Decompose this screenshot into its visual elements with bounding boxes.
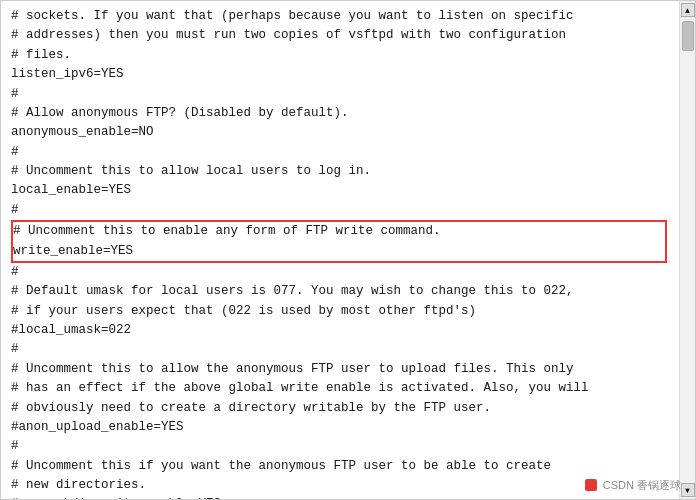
scroll-down-arrow[interactable]: ▼ — [681, 483, 695, 497]
code-line: #local_umask=022 — [11, 321, 669, 340]
code-line: # Uncomment this if you want the anonymo… — [11, 457, 669, 476]
code-line: # has an effect if the above global writ… — [11, 379, 669, 398]
scrollbar-thumb[interactable] — [682, 21, 694, 51]
watermark-text: CSDN 香锅逐球 — [603, 479, 681, 491]
watermark-icon — [585, 479, 597, 491]
code-line: #anon_upload_enable=YES — [11, 418, 669, 437]
code-line: listen_ipv6=YES — [11, 65, 669, 84]
code-line: # sockets. If you want that (perhaps bec… — [11, 7, 669, 26]
code-line: # — [11, 201, 669, 220]
code-line: # new directories. — [11, 476, 669, 495]
code-line: # — [11, 143, 669, 162]
code-line: # Uncomment this to enable any form of F… — [13, 222, 665, 241]
code-line: # — [11, 340, 669, 359]
code-line: # Default umask for local users is 077. … — [11, 282, 669, 301]
watermark: CSDN 香锅逐球 — [585, 478, 681, 493]
code-line: # — [11, 263, 669, 282]
code-line: # Uncomment this to allow the anonymous … — [11, 360, 669, 379]
main-window: # sockets. If you want that (perhaps bec… — [0, 0, 696, 500]
code-line: # files. — [11, 46, 669, 65]
code-line: # if your users expect that (022 is used… — [11, 302, 669, 321]
code-line: write_enable=YES — [13, 242, 665, 261]
code-line: local_enable=YES — [11, 181, 669, 200]
code-line: anonymous_enable=NO — [11, 123, 669, 142]
code-line: # obviously need to create a directory w… — [11, 399, 669, 418]
code-line: # Allow anonymous FTP? (Disabled by defa… — [11, 104, 669, 123]
scroll-up-arrow[interactable]: ▲ — [681, 3, 695, 17]
code-line: #anon_mkdir_write_enable=YES — [11, 495, 669, 499]
code-line: # addresses) then you must run two copie… — [11, 26, 669, 45]
content-area: # sockets. If you want that (perhaps bec… — [1, 1, 695, 499]
code-line: # — [11, 85, 669, 104]
highlighted-block: # Uncomment this to enable any form of F… — [11, 220, 667, 263]
code-line: # — [11, 437, 669, 456]
code-line: # Uncomment this to allow local users to… — [11, 162, 669, 181]
code-editor[interactable]: # sockets. If you want that (perhaps bec… — [1, 1, 679, 499]
scrollbar[interactable]: ▲ ▼ — [679, 1, 695, 499]
